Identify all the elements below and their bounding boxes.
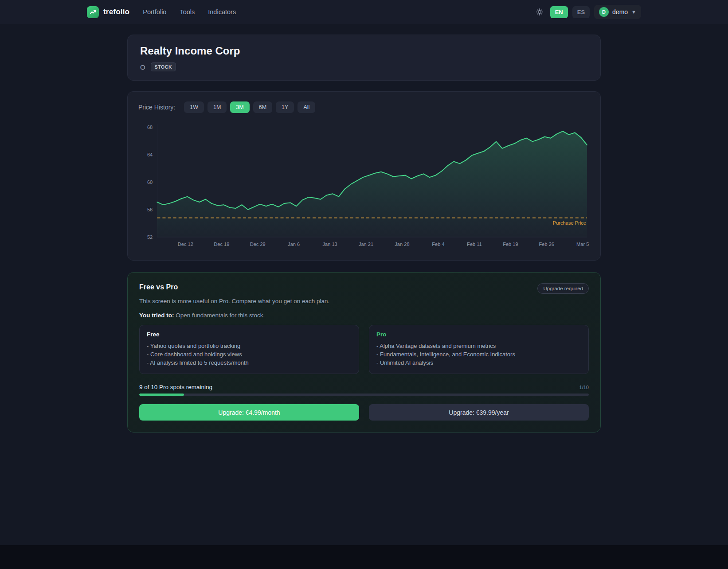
pro-spots-progress-fill — [139, 394, 184, 396]
stock-header-card: Realty Income Corp O STOCK — [127, 35, 601, 81]
range-button-all[interactable]: All — [297, 101, 315, 113]
pro-plan-item: - Unlimited AI analysis — [376, 359, 581, 367]
purchase-price-label: Purchase Price — [553, 220, 586, 226]
chevron-down-icon: ▼ — [631, 9, 636, 15]
tried-action-text: Open fundamentals for this stock. — [176, 312, 265, 319]
pro-spots-fraction: 1/10 — [579, 385, 589, 390]
upgrade-yearly-button[interactable]: Upgrade: €39.99/year — [369, 404, 589, 421]
svg-text:Jan 28: Jan 28 — [395, 242, 409, 247]
svg-text:Jan 6: Jan 6 — [288, 242, 300, 247]
top-nav: trefolio Portfolio Tools Indicators EN E… — [0, 0, 728, 24]
user-name: demo — [612, 8, 628, 16]
range-button-1m[interactable]: 1M — [207, 101, 227, 113]
svg-text:64: 64 — [147, 152, 153, 157]
free-plan-item: - Core dashboard and holdings views — [147, 350, 352, 359]
free-vs-pro-card: Free vs Pro Upgrade required This screen… — [127, 272, 601, 433]
free-vs-pro-title: Free vs Pro — [139, 283, 178, 291]
svg-text:Jan 21: Jan 21 — [359, 242, 373, 247]
nav-link-tools[interactable]: Tools — [180, 8, 195, 16]
x-axis-tick-labels: Dec 12Dec 19Dec 29Jan 6Jan 13Jan 21Jan 2… — [178, 242, 589, 247]
range-button-1w[interactable]: 1W — [184, 101, 204, 113]
upgrade-required-badge: Upgrade required — [537, 283, 589, 294]
free-plan-box: Free - Yahoo quotes and portfolio tracki… — [139, 325, 359, 374]
free-plan-item: - AI analysis limited to 5 requests/mont… — [147, 359, 352, 367]
pro-spots-progress — [139, 394, 589, 396]
svg-text:Dec 12: Dec 12 — [178, 242, 193, 247]
svg-text:Feb 4: Feb 4 — [432, 242, 444, 247]
trefolio-logo-icon — [87, 6, 99, 18]
nav-link-indicators[interactable]: Indicators — [208, 8, 236, 16]
price-chart-svg: Purchase Price 6864605652 Dec 12Dec 19De… — [138, 118, 590, 252]
svg-text:Mar 5: Mar 5 — [576, 242, 589, 247]
pro-plan-box: Pro - Alpha Vantage datasets and premium… — [369, 325, 589, 374]
svg-text:Dec 19: Dec 19 — [214, 242, 229, 247]
price-history-card: Price History: 1W 1M 3M 6M 1Y All — [127, 91, 601, 261]
range-button-6m[interactable]: 6M — [253, 101, 272, 113]
language-es-button[interactable]: ES — [572, 6, 590, 18]
pro-spots-remaining-text: 9 of 10 Pro spots remaining — [139, 384, 212, 390]
svg-text:52: 52 — [147, 234, 153, 240]
page-title: Realty Income Corp — [140, 45, 588, 57]
stock-symbol: O — [140, 63, 145, 71]
user-menu[interactable]: D demo ▼ — [594, 5, 641, 19]
price-area-fill — [157, 131, 587, 237]
svg-text:Feb 26: Feb 26 — [539, 242, 555, 247]
upgrade-monthly-button[interactable]: Upgrade: €4.99/month — [139, 404, 359, 421]
price-history-label: Price History: — [138, 104, 175, 111]
pro-plan-item: - Fundamentals, Intelligence, and Econom… — [376, 350, 581, 359]
avatar: D — [599, 7, 609, 17]
range-button-3m[interactable]: 3M — [230, 101, 249, 113]
free-plan-title: Free — [147, 331, 352, 338]
svg-text:60: 60 — [147, 179, 153, 185]
stock-type-badge: STOCK — [151, 62, 176, 71]
language-en-button[interactable]: EN — [550, 6, 568, 18]
upgrade-subtitle: This screen is more useful on Pro. Compa… — [139, 298, 589, 304]
svg-text:Feb 19: Feb 19 — [503, 242, 518, 247]
tried-action-line: You tried to: Open fundamentals for this… — [139, 312, 589, 319]
tried-action-label: You tried to: — [139, 312, 174, 319]
page: trefolio Portfolio Tools Indicators EN E… — [0, 0, 728, 545]
pro-plan-item: - Alpha Vantage datasets and premium met… — [376, 342, 581, 350]
range-button-1y[interactable]: 1Y — [276, 101, 294, 113]
brand-name: trefolio — [103, 8, 129, 16]
svg-text:56: 56 — [147, 207, 153, 212]
svg-text:Jan 13: Jan 13 — [322, 242, 337, 247]
svg-text:Dec 29: Dec 29 — [250, 242, 266, 247]
svg-text:Feb 11: Feb 11 — [467, 242, 482, 247]
y-axis-tick-labels: 6864605652 — [147, 125, 153, 240]
svg-text:68: 68 — [147, 125, 153, 130]
brand[interactable]: trefolio — [87, 6, 129, 18]
free-plan-item: - Yahoo quotes and portfolio tracking — [147, 342, 352, 350]
pro-plan-title: Pro — [376, 331, 581, 338]
price-chart: Purchase Price 6864605652 Dec 12Dec 19De… — [138, 118, 590, 252]
theme-toggle-sun-icon[interactable] — [533, 6, 546, 18]
nav-link-portfolio[interactable]: Portfolio — [143, 8, 166, 16]
